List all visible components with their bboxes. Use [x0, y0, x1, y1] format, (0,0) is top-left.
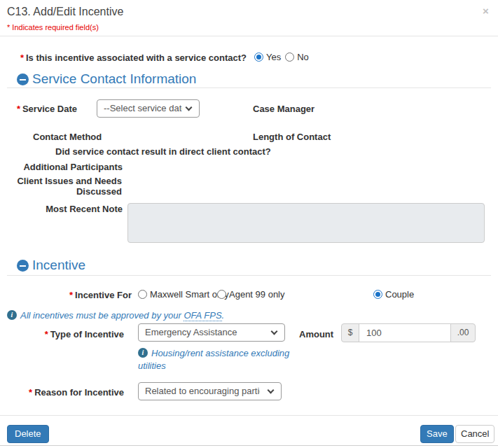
radio-no-icon	[285, 52, 294, 62]
divider	[7, 88, 491, 88]
additional-participants-label: Additional Participants	[0, 162, 123, 172]
required-asterisk: *	[29, 387, 32, 398]
service-date-label: *Service Date	[0, 104, 77, 114]
case-manager-label: Case Manager	[253, 104, 314, 114]
ofa-fps-link[interactable]: OFA FPS	[184, 310, 221, 321]
info-icon: i	[7, 310, 17, 320]
service-date-select[interactable]: --Select service date	[97, 99, 200, 118]
radio-no-label: No	[297, 52, 309, 62]
required-asterisk: *	[69, 290, 73, 300]
radio-maxwell-icon	[138, 290, 147, 299]
incentive-for-label: *Incentive For	[0, 290, 132, 300]
amount-dollar-addon: $	[341, 323, 359, 342]
radio-couple-icon	[373, 290, 382, 299]
service-section-title: Service Contact Information	[32, 71, 196, 87]
type-of-incentive-help: i Housing/rent assistance excluding util…	[138, 348, 313, 372]
reason-for-incentive-label: *Reason for Incentive	[0, 387, 124, 398]
chevron-down-icon	[186, 104, 193, 111]
close-icon[interactable]: ×	[483, 6, 489, 17]
save-button[interactable]: Save	[420, 425, 454, 443]
radio-agent99-label: Agent 99 only	[229, 289, 285, 300]
reason-for-incentive-select[interactable]: Related to encouraging participation	[138, 382, 282, 400]
modal-title: C13. Add/Edit Incentive	[7, 5, 123, 19]
chevron-down-icon	[271, 328, 278, 335]
required-fields-note: * Indicates required field(s)	[7, 23, 99, 31]
type-of-incentive-label: *Type of Incentive	[0, 329, 124, 340]
divider	[0, 415, 498, 416]
chevron-down-icon	[268, 387, 275, 394]
collapse-service-section-icon[interactable]	[17, 74, 29, 85]
divider	[0, 36, 498, 36]
info-icon: i	[138, 348, 148, 358]
radio-couple-label: Couple	[385, 289, 414, 300]
length-of-contact-label: Length of Contact	[253, 132, 331, 142]
approval-note: i All incentives must be approved by you…	[7, 310, 224, 321]
client-issues-label: Client Issues and Needs Discussed	[0, 176, 122, 197]
service-contact-question-label: *Is this incentive associated with a ser…	[0, 52, 247, 63]
add-edit-incentive-modal: C13. Add/Edit Incentive × * Indicates re…	[0, 0, 498, 448]
amount-cents-addon: .00	[450, 323, 476, 342]
cancel-button[interactable]: Cancel	[455, 425, 494, 443]
radio-yes-icon	[254, 52, 263, 62]
radio-option-no[interactable]: No	[285, 52, 309, 62]
required-asterisk: *	[17, 104, 20, 114]
amount-input[interactable]	[359, 323, 451, 342]
radio-yes-label: Yes	[266, 52, 281, 62]
radio-option-agent-99-only[interactable]: Agent 99 only	[217, 289, 285, 300]
radio-agent99-icon	[217, 290, 226, 299]
direct-contact-question-label: Did service contact result in direct cli…	[55, 146, 271, 157]
most-recent-note-textarea	[127, 203, 485, 243]
service-date-value: --Select service date	[104, 100, 182, 117]
required-asterisk: *	[20, 52, 24, 63]
divider	[7, 275, 491, 276]
radio-option-yes[interactable]: Yes	[254, 52, 281, 62]
amount-input-group: $ .00	[341, 323, 476, 342]
service-contact-question-radios: Yes No	[254, 52, 309, 64]
reason-for-incentive-value: Related to encouraging participation	[145, 383, 260, 400]
radio-option-couple[interactable]: Couple	[373, 289, 414, 300]
modal-bottom-edge	[0, 445, 498, 446]
incentive-section-title: Incentive	[32, 258, 85, 273]
most-recent-note-label: Most Recent Note	[0, 204, 123, 214]
radio-option-maxwell-smart-only[interactable]: Maxwell Smart only	[138, 289, 229, 300]
type-of-incentive-select[interactable]: Emergency Assistance	[138, 323, 285, 342]
contact-method-label: Contact Method	[33, 132, 102, 142]
required-asterisk: *	[45, 329, 48, 340]
amount-label: Amount	[299, 329, 333, 340]
collapse-incentive-section-icon[interactable]	[17, 260, 29, 272]
type-of-incentive-value: Emergency Assistance	[145, 324, 237, 341]
delete-button[interactable]: Delete	[7, 425, 49, 443]
